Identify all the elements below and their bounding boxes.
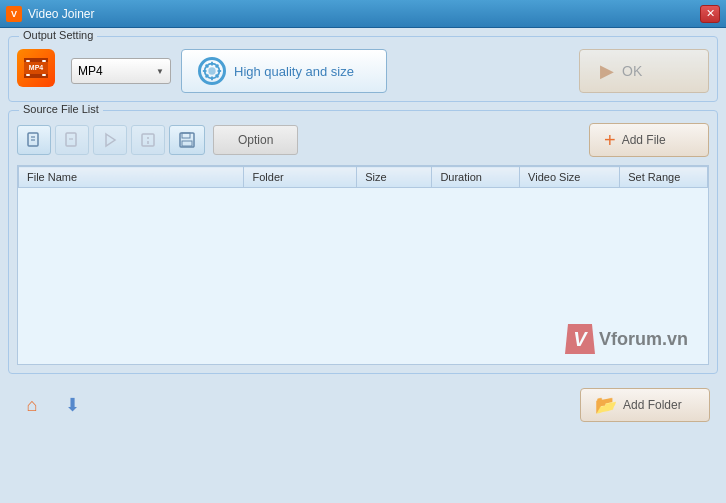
- quality-button[interactable]: High quality and size: [181, 49, 387, 93]
- format-dropdown[interactable]: MP4 ▼: [71, 58, 171, 84]
- col-folder: Folder: [244, 167, 357, 188]
- quality-label: High quality and size: [234, 64, 354, 79]
- source-file-list-label: Source File List: [19, 103, 103, 115]
- svg-rect-29: [182, 141, 192, 146]
- watermark-text: Vforum.vn: [599, 329, 688, 350]
- file-table: File Name Folder Size Duration Video Siz…: [18, 166, 708, 188]
- col-duration: Duration: [432, 167, 520, 188]
- down-button[interactable]: ⬇: [56, 390, 88, 420]
- svg-rect-24: [142, 134, 154, 146]
- film-icon: MP4: [22, 54, 50, 82]
- watermark: V Vforum.vn: [565, 324, 688, 354]
- svg-rect-3: [26, 60, 30, 62]
- svg-point-9: [208, 67, 215, 74]
- bottom-bar: ⌂ ⬇ 📂 Add Folder: [8, 382, 718, 428]
- format-value: MP4: [78, 64, 150, 78]
- document-remove-icon: [64, 132, 80, 148]
- folder-icon: 📂: [595, 394, 617, 416]
- output-setting-label: Output Setting: [19, 29, 97, 41]
- titlebar-left: V Video Joiner: [6, 6, 95, 22]
- app-icon: V: [6, 6, 22, 22]
- home-button[interactable]: ⌂: [16, 390, 48, 420]
- col-setrange: Set Range: [620, 167, 708, 188]
- document-add-icon: [26, 132, 42, 148]
- info-icon: [140, 132, 156, 148]
- ok-arrow-icon: ▶: [600, 60, 614, 82]
- main-content: Output Setting MP4: [0, 28, 726, 436]
- option-button[interactable]: Option: [213, 125, 298, 155]
- output-setting-panel: Output Setting MP4: [8, 36, 718, 102]
- col-filename: File Name: [19, 167, 244, 188]
- file-table-container: File Name Folder Size Duration Video Siz…: [17, 165, 709, 365]
- gear-icon: [198, 57, 226, 85]
- home-icon: ⌂: [27, 395, 38, 416]
- mp4-icon-inner: MP4: [17, 49, 55, 87]
- watermark-v-logo: V: [565, 324, 595, 354]
- svg-marker-23: [106, 134, 115, 146]
- titlebar: V Video Joiner ✕: [0, 0, 726, 28]
- floppy-disk-icon: [178, 131, 196, 149]
- add-item-button[interactable]: [17, 125, 51, 155]
- remove-item-button[interactable]: [55, 125, 89, 155]
- source-panel-content: Option + Add File File Name Folder S: [9, 111, 717, 373]
- col-size: Size: [357, 167, 432, 188]
- plus-icon: +: [604, 130, 616, 150]
- download-icon: ⬇: [65, 394, 80, 416]
- save-icon-button[interactable]: [169, 125, 205, 155]
- toolbar: Option + Add File: [17, 123, 709, 157]
- option-label: Option: [238, 133, 273, 147]
- output-setting-content: MP4 MP4 ▼: [9, 37, 717, 101]
- add-file-button[interactable]: + Add File: [589, 123, 709, 157]
- play-button[interactable]: [93, 125, 127, 155]
- svg-rect-5: [26, 74, 30, 76]
- svg-text:MP4: MP4: [29, 64, 44, 71]
- window-title: Video Joiner: [28, 7, 95, 21]
- play-icon: [102, 132, 118, 148]
- ok-label: OK: [622, 63, 642, 79]
- info-button[interactable]: [131, 125, 165, 155]
- col-videosize: Video Size: [520, 167, 620, 188]
- format-icon: MP4: [17, 49, 61, 93]
- add-file-label: Add File: [622, 133, 666, 147]
- close-button[interactable]: ✕: [700, 5, 720, 23]
- add-folder-label: Add Folder: [623, 398, 682, 412]
- output-row: MP4 MP4 ▼: [17, 49, 709, 93]
- svg-rect-4: [42, 60, 46, 62]
- dropdown-arrow-icon: ▼: [156, 67, 164, 76]
- source-file-list-panel: Source File List: [8, 110, 718, 374]
- add-folder-button[interactable]: 📂 Add Folder: [580, 388, 710, 422]
- ok-button[interactable]: ▶ OK: [579, 49, 709, 93]
- svg-rect-6: [42, 74, 46, 76]
- gear-svg: [201, 59, 223, 83]
